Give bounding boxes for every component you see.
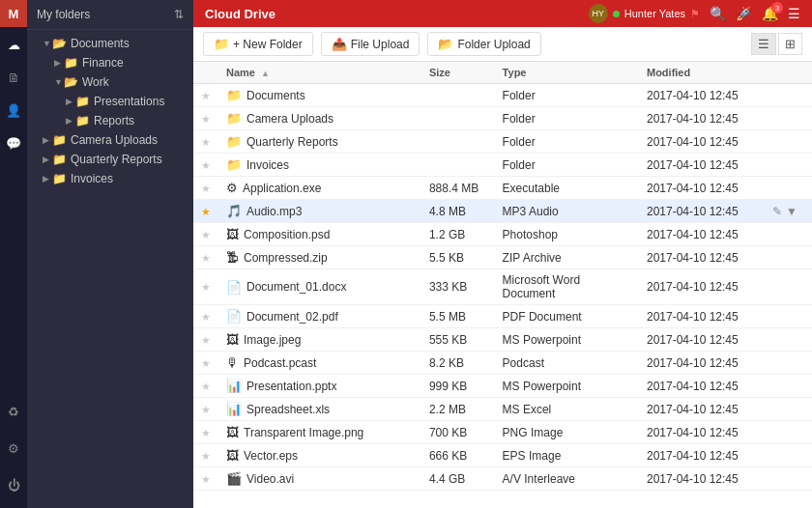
grid-view-button[interactable]: ⊞ <box>778 33 802 55</box>
star-cell[interactable]: ★ <box>193 246 218 269</box>
search-icon[interactable]: 🔍 <box>710 6 726 21</box>
star-cell[interactable]: ★ <box>193 177 218 200</box>
type-cell: Folder <box>495 130 639 154</box>
nav-power[interactable]: ⏻ <box>0 469 27 500</box>
table-row[interactable]: ★📊Spreadsheet.xls2.2 MBMS Excel2017-04-1… <box>193 398 812 421</box>
avatar-initials: HY <box>593 9 605 18</box>
sidebar-item-camera-uploads[interactable]: ▶📁Camera Uploads <box>27 130 193 150</box>
star-cell[interactable]: ★ <box>193 305 218 328</box>
star-icon[interactable]: ★ <box>201 427 211 438</box>
star-icon[interactable]: ★ <box>201 113 211 125</box>
star-icon[interactable]: ★ <box>201 90 211 101</box>
table-row[interactable]: ★🎬Video.avi4.4 GBA/V Interleave2017-04-1… <box>193 467 812 491</box>
sidebar-item-presentations[interactable]: ▶📁Presentations <box>27 92 193 111</box>
nav-cloud[interactable]: ☁ <box>0 29 27 60</box>
sidebar-item-work[interactable]: ▼📂Work <box>27 72 193 92</box>
th-type[interactable]: Type <box>495 62 639 84</box>
star-icon[interactable]: ★ <box>201 473 211 485</box>
actions-cell: ✎▼ <box>765 200 812 223</box>
rocket-icon[interactable]: 🚀 <box>736 6 752 21</box>
star-cell[interactable]: ★ <box>193 223 218 246</box>
nav-settings[interactable]: ⚙ <box>0 433 27 464</box>
star-icon[interactable]: ★ <box>201 229 211 240</box>
more-icon[interactable]: ▼ <box>786 205 798 218</box>
star-icon[interactable]: ★ <box>201 357 211 369</box>
table-row[interactable]: ★📁InvoicesFolder2017-04-10 12:45 <box>193 154 812 177</box>
table-row[interactable]: ★📁Quarterly ReportsFolder2017-04-10 12:4… <box>193 130 812 154</box>
star-icon[interactable]: ★ <box>201 381 211 392</box>
star-cell[interactable]: ★ <box>193 352 218 375</box>
file-upload-button[interactable]: 📤 File Upload <box>321 32 420 56</box>
edit-icon[interactable]: ✎ <box>772 205 782 218</box>
star-cell[interactable]: ★ <box>193 107 218 130</box>
sidebar-tree: ▼📂Documents▶📁Finance▼📂Work▶📁Presentation… <box>27 30 193 508</box>
sidebar-item-quarterly-reports[interactable]: ▶📁Quarterly Reports <box>27 150 193 169</box>
table-row[interactable]: ★🖼Vector.eps666 KBEPS Image2017-04-10 12… <box>193 444 812 467</box>
table-row[interactable]: ★🖼Composition.psd1.2 GBPhotoshop2017-04-… <box>193 223 812 246</box>
size-cell <box>421 84 495 107</box>
name-cell: 📄Document_01.docx <box>218 269 421 305</box>
star-cell[interactable]: ★ <box>193 269 218 305</box>
table-row[interactable]: ★📊Presentation.pptx999 KBMS Powerpoint20… <box>193 375 812 398</box>
tree-arrow-documents: ▼ <box>43 39 52 48</box>
star-icon[interactable]: ★ <box>201 252 211 264</box>
star-icon[interactable]: ★ <box>201 450 211 462</box>
file-name: Transparent Image.png <box>244 426 363 439</box>
modified-cell: 2017-04-10 12:45 <box>639 398 765 421</box>
menu-icon[interactable]: ☰ <box>788 6 800 21</box>
nav-users[interactable]: 👤 <box>0 95 27 126</box>
nav-chat[interactable]: 💬 <box>0 127 27 158</box>
sidebar-item-finance[interactable]: ▶📁Finance <box>27 53 193 72</box>
star-cell[interactable]: ★ <box>193 154 218 177</box>
list-view-button[interactable]: ☰ <box>751 33 776 55</box>
star-icon[interactable]: ★ <box>201 136 211 148</box>
table-row[interactable]: ★📄Document_01.docx333 KBMicrosoft Word D… <box>193 269 812 305</box>
actions-cell <box>765 328 812 352</box>
th-name[interactable]: Name ▲ <box>218 62 421 84</box>
name-cell: 🎬Video.avi <box>218 467 421 491</box>
th-modified[interactable]: Modified <box>639 62 765 84</box>
star-cell[interactable]: ★ <box>193 421 218 444</box>
star-cell[interactable]: ★ <box>193 200 218 223</box>
star-icon[interactable]: ★ <box>201 281 211 293</box>
folder-upload-button[interactable]: 📂 Folder Upload <box>427 32 540 56</box>
star-cell[interactable]: ★ <box>193 398 218 421</box>
star-cell[interactable]: ★ <box>193 467 218 491</box>
table-row[interactable]: ★⚙Application.exe888.4 MBExecutable2017-… <box>193 177 812 200</box>
file-icon: 🎵 <box>226 204 242 218</box>
star-icon[interactable]: ★ <box>201 206 211 217</box>
star-icon[interactable]: ★ <box>201 334 211 346</box>
star-cell[interactable]: ★ <box>193 130 218 154</box>
nav-files[interactable]: 🗎 <box>0 62 27 93</box>
table-row[interactable]: ★📁Camera UploadsFolder2017-04-10 12:45 <box>193 107 812 130</box>
modified-cell: 2017-04-10 12:45 <box>639 467 765 491</box>
sidebar-label-documents: Documents <box>71 37 130 50</box>
star-icon[interactable]: ★ <box>201 183 211 194</box>
sidebar-item-reports[interactable]: ▶📁Reports <box>27 111 193 130</box>
table-row[interactable]: ★🎙Podcast.pcast8.2 KBPodcast2017-04-10 1… <box>193 352 812 375</box>
table-row[interactable]: ★📄Document_02.pdf5.5 MBPDF Document2017-… <box>193 305 812 328</box>
star-icon[interactable]: ★ <box>201 404 211 415</box>
star-cell[interactable]: ★ <box>193 375 218 398</box>
table-row[interactable]: ★🖼Image.jpeg555 KBMS Powerpoint2017-04-1… <box>193 328 812 352</box>
table-row[interactable]: ★📁DocumentsFolder2017-04-10 12:45 <box>193 84 812 107</box>
th-size[interactable]: Size <box>421 62 495 84</box>
file-table-container[interactable]: Name ▲ Size Type Modified ★📁DocumentsFol… <box>193 62 812 508</box>
name-cell: 🎙Podcast.pcast <box>218 352 421 375</box>
notification-icon[interactable]: 🔔 3 <box>762 6 778 21</box>
new-folder-button[interactable]: 📁 + New Folder <box>203 32 313 56</box>
table-row[interactable]: ★🗜Compressed.zip5.5 KBZIP Archive2017-04… <box>193 246 812 269</box>
star-icon[interactable]: ★ <box>201 159 211 171</box>
star-cell[interactable]: ★ <box>193 84 218 107</box>
star-cell[interactable]: ★ <box>193 444 218 467</box>
sidebar-item-invoices[interactable]: ▶📁Invoices <box>27 169 193 188</box>
nav-recycle[interactable]: ♻ <box>0 396 27 427</box>
star-icon[interactable]: ★ <box>201 311 211 323</box>
table-row[interactable]: ★🎵Audio.mp34.8 MBMP3 Audio2017-04-10 12:… <box>193 200 812 223</box>
table-row[interactable]: ★🖼Transparent Image.png700 KBPNG Image20… <box>193 421 812 444</box>
type-cell: Microsoft Word Document <box>495 269 639 305</box>
sidebar-item-documents[interactable]: ▼📂Documents <box>27 34 193 53</box>
star-cell[interactable]: ★ <box>193 328 218 352</box>
name-cell: 📁Documents <box>218 84 421 107</box>
sidebar-sort-icon[interactable]: ⇅ <box>174 8 184 21</box>
